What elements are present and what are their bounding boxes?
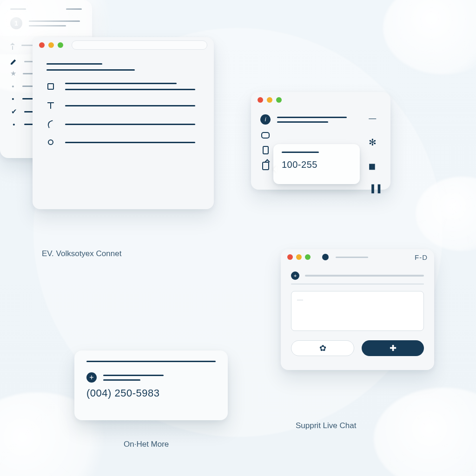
text-icon (46, 102, 55, 109)
contact-card: + (004) 250-5983 (74, 350, 228, 420)
export-icon (260, 162, 271, 170)
compose-textarea[interactable] (291, 291, 424, 331)
submit-button[interactable]: ✚ (362, 340, 424, 356)
caption-left: EV. Volksotyex Connet (42, 249, 121, 258)
window-right-label: F-D (415, 253, 428, 261)
minimize-icon[interactable] (296, 254, 302, 260)
star-icon: ★ (10, 69, 16, 78)
plus-icon: ✚ (390, 343, 397, 353)
refresh-icon (46, 121, 55, 127)
mobile-header-row: 1 (0, 17, 92, 36)
divider (291, 284, 424, 284)
list-item[interactable] (46, 83, 200, 90)
step-badge: 1 (10, 17, 22, 29)
info-icon: i (260, 114, 271, 125)
gear-icon: ✿ (319, 343, 326, 353)
settings-button[interactable]: ✿ (291, 340, 354, 356)
circle-icon (46, 139, 55, 145)
minimize-icon[interactable] (48, 42, 54, 48)
close-icon[interactable] (287, 254, 293, 260)
minimize-icon[interactable] (267, 97, 272, 103)
dot-icon: • (10, 120, 18, 128)
maximize-icon[interactable] (305, 254, 311, 260)
list-item[interactable] (46, 102, 200, 109)
card-row: + (86, 372, 216, 383)
popover-value: 100-255 (282, 159, 351, 170)
favicon-icon (322, 254, 329, 260)
add-icon[interactable]: + (86, 372, 97, 383)
window-action-column: — ✻ ▮▮ ▐▐ (369, 114, 381, 193)
dot-icon: • (10, 95, 16, 103)
compose-subject-row: + (291, 271, 424, 280)
maximize-icon[interactable] (58, 42, 63, 48)
pause-icon[interactable]: ▐▐ (369, 185, 381, 193)
bird-icon: ✔ (10, 107, 18, 116)
browser-window-main (33, 37, 214, 209)
window-titlebar: F-D (281, 249, 434, 265)
address-bar[interactable] (72, 40, 207, 50)
cloud-decor (416, 177, 476, 251)
list-item[interactable] (260, 132, 381, 139)
close-icon[interactable] (258, 97, 263, 103)
list-item[interactable] (46, 121, 200, 127)
cloud-decor (374, 388, 476, 476)
tooltip-popover: 100-255 (273, 144, 360, 184)
list-item[interactable]: i (260, 114, 381, 125)
square-icon (46, 83, 55, 90)
mobile-statusbar (0, 8, 92, 17)
close-icon[interactable] (39, 42, 45, 48)
chip-icon (260, 132, 271, 139)
dot-icon: • (10, 82, 16, 90)
cloud-decor (383, 0, 476, 74)
compose-window: F-D + ✿ ✚ (281, 249, 434, 370)
minus-icon[interactable]: — (369, 114, 381, 123)
maximize-icon[interactable] (276, 97, 282, 103)
bars-icon[interactable]: ▮▮ (369, 162, 381, 171)
up-arrow-icon (10, 40, 15, 50)
window-titlebar (251, 92, 390, 108)
edit-icon (10, 58, 18, 65)
page-heading-placeholder (46, 63, 200, 71)
list-item[interactable] (46, 139, 200, 145)
caption-bottom: On·Het More (124, 440, 169, 449)
card-heading-placeholder (86, 361, 216, 362)
tab-title-placeholder (336, 257, 368, 258)
device-icon (260, 146, 271, 154)
window-titlebar (33, 37, 214, 53)
asterisk-icon[interactable]: ✻ (369, 137, 381, 148)
caption-right: Supprit Live Chat (296, 421, 356, 430)
plus-circle-icon[interactable]: + (291, 271, 299, 280)
contact-phone-number[interactable]: (004) 250-5983 (86, 387, 216, 399)
browser-window-popover: i — ✻ ▮▮ ▐▐ 100-255 (251, 92, 390, 190)
